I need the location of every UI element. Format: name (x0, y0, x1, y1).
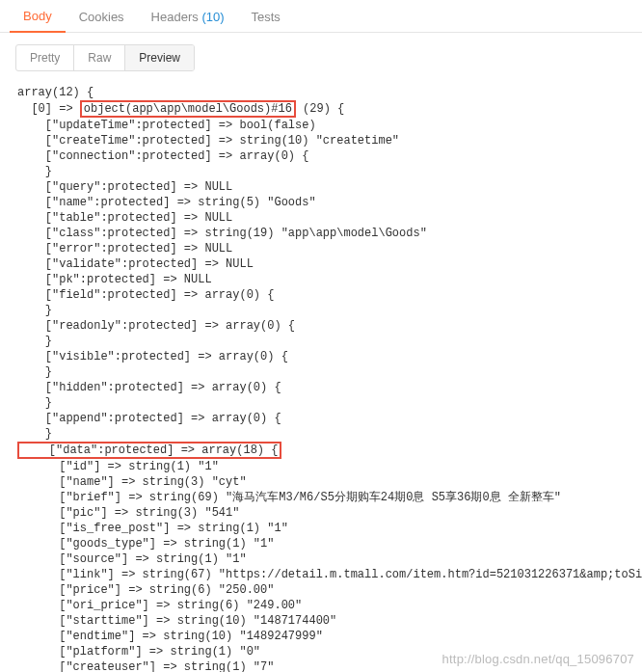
tab-body[interactable]: Body (10, 1, 66, 33)
response-tabs: Body Cookies Headers (10) Tests (0, 0, 642, 33)
subtab-raw[interactable]: Raw (74, 45, 125, 70)
tab-cookies[interactable]: Cookies (66, 2, 138, 32)
subtab-pretty[interactable]: Pretty (16, 45, 74, 70)
watermark: http://blog.csdn.net/qq_15096707 (442, 652, 634, 666)
highlight-data-array: ["data":protected] => array(18) { (17, 442, 281, 459)
tab-tests[interactable]: Tests (238, 2, 294, 32)
tab-headers-count: (10) (201, 10, 224, 24)
subtab-preview[interactable]: Preview (125, 45, 194, 70)
highlight-object: object(app\app\model\Goods)#16 (80, 100, 296, 118)
tab-headers-label: Headers (151, 10, 199, 24)
response-dump: array(12) { [0] => object(app\app\model\… (0, 71, 642, 672)
tab-headers[interactable]: Headers (10) (138, 2, 238, 32)
view-mode-toggle: Pretty Raw Preview (15, 44, 195, 71)
